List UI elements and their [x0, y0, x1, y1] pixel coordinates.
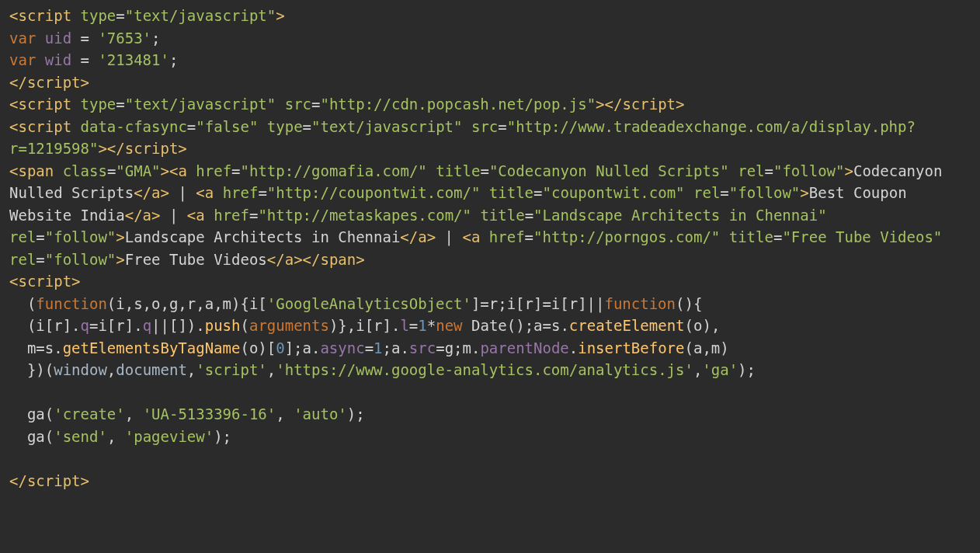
code-token: rel [738, 162, 764, 179]
code-token: span [320, 251, 356, 268]
code-token: a [471, 228, 480, 245]
code-token: q [81, 317, 89, 334]
code-token: rel [9, 228, 36, 245]
code-token: ];a. [285, 339, 321, 356]
code-token: =i[r]. [89, 317, 143, 334]
code-token: , [276, 405, 294, 423]
code-token: = [409, 317, 418, 334]
code-token [427, 162, 436, 179]
code-token: = [36, 251, 44, 268]
code-token: data-cfasync [81, 118, 187, 135]
code-token: script [18, 96, 71, 113]
code-token: = [498, 118, 506, 135]
code-token: insertBefore [578, 339, 684, 356]
code-token [276, 96, 284, 113]
code-token: (o), [685, 317, 721, 334]
code-token: ></ [98, 140, 124, 157]
code-token: '213481' [98, 51, 169, 68]
code-token: ); [347, 405, 365, 423]
code-token: "http://cdn.popcash.net/pop.js" [320, 96, 596, 113]
code-token: </ [400, 228, 418, 245]
code-token: </ [125, 207, 143, 224]
code-token: arguments [249, 317, 329, 334]
code-token [258, 118, 266, 135]
code-token: = [525, 228, 533, 245]
code-token: l [400, 317, 408, 334]
code-token: ( [45, 428, 54, 445]
code-token: script [18, 7, 71, 24]
code-token: = [81, 30, 99, 47]
code-token: })( [27, 361, 54, 378]
code-token: = [720, 184, 728, 201]
code-token: "false" [196, 118, 258, 135]
code-token: "http://coupontwit.com/" [267, 184, 481, 201]
code-token: a [151, 184, 160, 201]
code-token: function [604, 295, 676, 312]
code-token: > [276, 7, 284, 24]
code-token: (o)[ [240, 339, 276, 356]
code-token: = [107, 162, 116, 179]
code-token: function [36, 295, 107, 312]
code-block: <script type="text/javascript"> var uid … [0, 0, 980, 496]
code-token: a [205, 184, 214, 201]
code-token: < [9, 273, 18, 290]
code-token: , [187, 361, 196, 378]
code-token: </ [9, 74, 27, 91]
code-token: , [125, 405, 143, 423]
code-token: > [116, 228, 124, 245]
code-token [480, 228, 488, 245]
code-token: 'script' [196, 361, 267, 378]
code-token: > [151, 207, 160, 224]
code-token: ]=r;i[r]=i[r]|| [471, 295, 605, 312]
code-token: "text/javascript" [125, 7, 276, 24]
code-token: > [81, 472, 89, 489]
code-token: rel [9, 251, 36, 268]
code-token [463, 317, 471, 334]
code-token: m=s. [27, 339, 63, 356]
code-token: "http://porngos.com/" [533, 228, 720, 245]
code-token: ); [738, 361, 756, 378]
code-token: 'ga' [702, 361, 738, 378]
code-token: createElement [569, 317, 685, 334]
code-token: "Landscape Architects in Chennai" [533, 207, 827, 224]
code-token: (){ [676, 295, 702, 312]
code-token: = [231, 162, 240, 179]
code-token [187, 162, 196, 179]
code-token: push [205, 317, 241, 334]
code-token: < [9, 96, 18, 113]
code-token: > [116, 251, 124, 268]
code-token [471, 207, 480, 224]
code-token: </ [134, 184, 151, 201]
code-token: ; [151, 30, 160, 47]
code-token: type [267, 118, 303, 135]
code-token: script [18, 118, 71, 135]
code-token: window [54, 361, 107, 378]
code-token: script [622, 96, 676, 113]
code-token: async [320, 339, 364, 356]
code-token: 'UA-5133396-16' [143, 405, 276, 423]
code-token: Free Tube Videos [125, 251, 267, 268]
code-token: "coupontwit.com" [543, 184, 685, 201]
code-token: 'GoogleAnalyticsObject' [267, 295, 471, 312]
code-token [9, 339, 27, 356]
code-token: a [178, 162, 186, 179]
code-token: > [844, 162, 853, 179]
code-token: = [480, 162, 488, 179]
code-token: = [36, 228, 44, 245]
code-token: , [107, 361, 116, 378]
code-token: title [436, 162, 480, 179]
code-token: uid [36, 30, 80, 47]
code-token [729, 162, 738, 179]
code-token: href [223, 184, 259, 201]
code-token: < [9, 162, 18, 179]
code-token: "text/javascript" [125, 96, 276, 113]
code-token: > [81, 74, 89, 91]
code-token: > [178, 140, 186, 157]
code-token: 'send' [54, 428, 107, 445]
code-token: < [187, 207, 196, 224]
code-token: (i[r]. [27, 317, 81, 334]
code-token: = [116, 7, 124, 24]
code-token: = [365, 339, 374, 356]
code-token: = [258, 184, 266, 201]
code-token: = [81, 51, 99, 68]
